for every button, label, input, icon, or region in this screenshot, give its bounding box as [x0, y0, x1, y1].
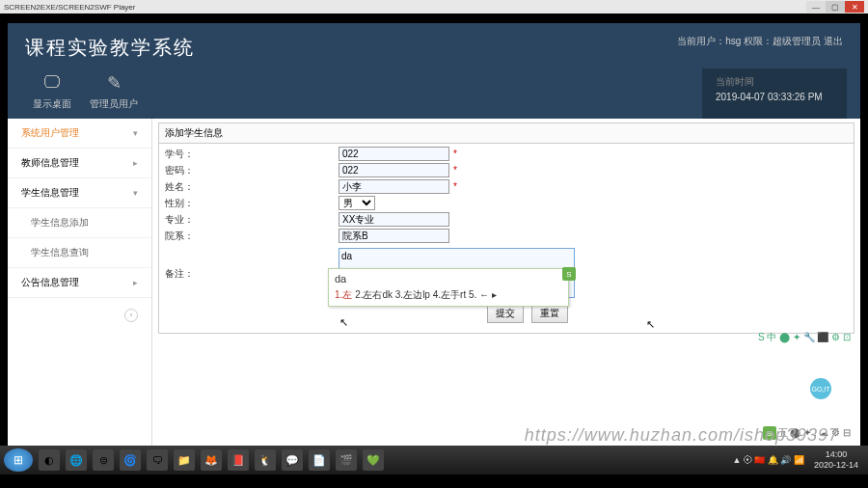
taskbar-app-icon[interactable]: 🗨 [147, 449, 168, 471]
label-name: 姓名： [165, 180, 339, 194]
taskbar-clock[interactable]: 14:00 2020-12-14 [808, 449, 864, 471]
taskbar-app-icon[interactable]: 📄 [309, 449, 330, 471]
taskbar-app-icon[interactable]: 💬 [282, 449, 303, 471]
maximize-button[interactable]: ▢ [826, 1, 845, 13]
form-row-gender: 性别： 男 [159, 195, 854, 211]
toolbar-desktop[interactable]: 🖵 显示桌面 [21, 68, 83, 119]
taskbar: ⊞ ◐ 🌐 ⊜ 🌀 🗨 📁 🦊 📕 🐧 💬 📄 🎬 💚 ▲ 🖸 🇨🇳 🔔 🔊 📶… [0, 446, 868, 474]
clock-panel: 当前时间 2019-04-07 03:33:26 PM [702, 68, 847, 119]
form-row-password: 密码： * [159, 162, 854, 178]
sidebar: 系统用户管理 ▾ 教师信息管理 ▸ 学生信息管理 ▾ 学生信息添加 学生信息查询 [8, 119, 152, 446]
window-titlebar: SCREEN2EXE/SCREEN2SWF Player — ▢ ✕ [0, 0, 868, 14]
taskbar-app-icon[interactable]: 🎬 [336, 449, 357, 471]
chevron-right-icon: ▸ [133, 158, 138, 168]
label-major: 专业： [165, 213, 339, 227]
pencil-icon: ✎ [83, 72, 145, 94]
sidebar-item-student-info[interactable]: 学生信息管理 ▾ [8, 178, 151, 208]
toolbar-users[interactable]: ✎ 管理员用户 [83, 68, 145, 119]
taskbar-app-icon[interactable]: ⊜ [93, 449, 114, 471]
taskbar-date: 2020-12-14 [814, 460, 858, 471]
taskbar-apps: ◐ 🌐 ⊜ 🌀 🗨 📁 🦊 📕 🐧 💬 📄 🎬 💚 [39, 449, 384, 471]
select-gender[interactable]: 男 [339, 196, 375, 210]
app-container: 课程实验教学系统 当前用户：hsg 权限：超级管理员 退出 🖵 显示桌面 ✎ 管… [8, 23, 860, 446]
panel-title: 添加学生信息 [158, 122, 854, 144]
sidebar-item-label: 教师信息管理 [21, 156, 79, 170]
close-button[interactable]: ✕ [845, 1, 864, 13]
taskbar-app-icon[interactable]: ◐ [39, 449, 60, 471]
sidebar-item-teacher-info[interactable]: 教师信息管理 ▸ [8, 149, 151, 178]
input-password[interactable] [339, 163, 449, 177]
tray-icons[interactable]: ▲ 🖸 🇨🇳 🔔 🔊 📶 [733, 455, 804, 465]
start-button[interactable]: ⊞ [4, 448, 33, 472]
sidebar-pager: ‹ [8, 298, 151, 328]
form-row-student-id: 学号： * [159, 146, 854, 162]
chevron-down-icon: ▾ [133, 128, 138, 138]
clock-label: 当前时间 [716, 74, 833, 90]
input-major[interactable] [339, 212, 449, 227]
label-remark: 备注： [165, 248, 339, 281]
label-gender: 性别： [165, 197, 339, 210]
submit-button[interactable]: 提交 [487, 304, 524, 323]
taskbar-app-icon[interactable]: 📁 [174, 449, 195, 471]
window-controls: — ▢ ✕ [806, 1, 864, 13]
form-row-major: 专业： [159, 211, 854, 228]
watermark-url: https://www.huzhan.com/ishop39397 [525, 425, 839, 446]
chevron-right-icon: ▸ [133, 278, 138, 287]
taskbar-app-icon[interactable]: 💚 [363, 449, 384, 471]
app-brand: 课程实验教学系统 [25, 35, 195, 61]
ime-candidates[interactable]: 1.左 2.左右dk 3.左边lp 4.左手rt 5. ← ▸ [335, 286, 562, 304]
sidebar-item-announcement[interactable]: 公告信息管理 ▸ [8, 268, 151, 298]
sidebar-item-student-query[interactable]: 学生信息查询 [8, 238, 151, 268]
toolbar-users-label: 管理员用户 [90, 98, 138, 109]
toolbar: 🖵 显示桌面 ✎ 管理员用户 当前时间 2019-04-07 03:33:26 … [8, 68, 860, 119]
sidebar-item-label: 公告信息管理 [21, 276, 79, 289]
pager-prev-button[interactable]: ‹ [124, 309, 138, 322]
reset-button[interactable]: 重置 [531, 304, 568, 323]
mini-toolbar[interactable]: S 中 ⬤ ✦ 🔧 ⬛ ⚙ ⊡ [758, 331, 851, 344]
sidebar-item-student-add[interactable]: 学生信息添加 [8, 208, 151, 238]
sogou-badge-icon: S [562, 267, 576, 281]
tray-icons[interactable]: S 中 ⬤ ✦ 🔧 ⬛ ⚙ ⊡ [758, 331, 851, 344]
taskbar-time: 14:00 [814, 449, 858, 460]
sidebar-item-system-users[interactable]: 系统用户管理 ▾ [8, 119, 151, 149]
label-password: 密码： [165, 164, 339, 177]
sidebar-item-label: 学生信息管理 [21, 186, 79, 200]
ime-candidate-popup[interactable]: S da 1.左 2.左右dk 3.左边lp 4.左手rt 5. ← ▸ [328, 268, 569, 307]
clock-value: 2019-04-07 03:33:26 PM [716, 90, 833, 105]
taskbar-app-icon[interactable]: 🦊 [201, 449, 222, 471]
chevron-down-icon: ▾ [133, 188, 138, 198]
form-row-department: 院系： [159, 228, 854, 244]
taskbar-tray: ▲ 🖸 🇨🇳 🔔 🔊 📶 14:00 2020-12-14 [733, 449, 864, 471]
toolbar-desktop-label: 显示桌面 [33, 98, 71, 109]
sidebar-item-label: 系统用户管理 [21, 126, 79, 140]
app-header: 课程实验教学系统 当前用户：hsg 权限：超级管理员 退出 [8, 23, 860, 68]
minimize-button[interactable]: — [806, 1, 826, 13]
required-marker: * [453, 181, 457, 192]
label-student-id: 学号： [165, 148, 339, 161]
floating-badge[interactable]: GO,IT [810, 378, 831, 399]
ime-first-candidate: 1.左 [335, 289, 352, 300]
input-name[interactable] [339, 179, 449, 194]
form-row-name: 姓名： * [159, 178, 854, 195]
ime-composition: da [335, 271, 562, 286]
user-info[interactable]: 当前用户：hsg 权限：超级管理员 退出 [677, 35, 843, 48]
input-student-id[interactable] [339, 147, 449, 161]
taskbar-app-icon[interactable]: 🌐 [66, 449, 87, 471]
window-title: SCREEN2EXE/SCREEN2SWF Player [4, 3, 806, 12]
required-marker: * [453, 149, 457, 159]
taskbar-app-icon[interactable]: 📕 [228, 449, 249, 471]
input-department[interactable] [339, 229, 449, 243]
taskbar-app-icon[interactable]: 🐧 [255, 449, 276, 471]
monitor-icon: 🖵 [21, 72, 83, 94]
sidebar-item-label: 学生信息添加 [31, 216, 89, 230]
ime-rest-candidates: 2.左右dk 3.左边lp 4.左手rt 5. ← ▸ [355, 289, 497, 300]
sidebar-item-label: 学生信息查询 [31, 246, 89, 259]
required-marker: * [453, 165, 457, 176]
label-department: 院系： [165, 230, 339, 243]
taskbar-app-icon[interactable]: 🌀 [120, 449, 141, 471]
